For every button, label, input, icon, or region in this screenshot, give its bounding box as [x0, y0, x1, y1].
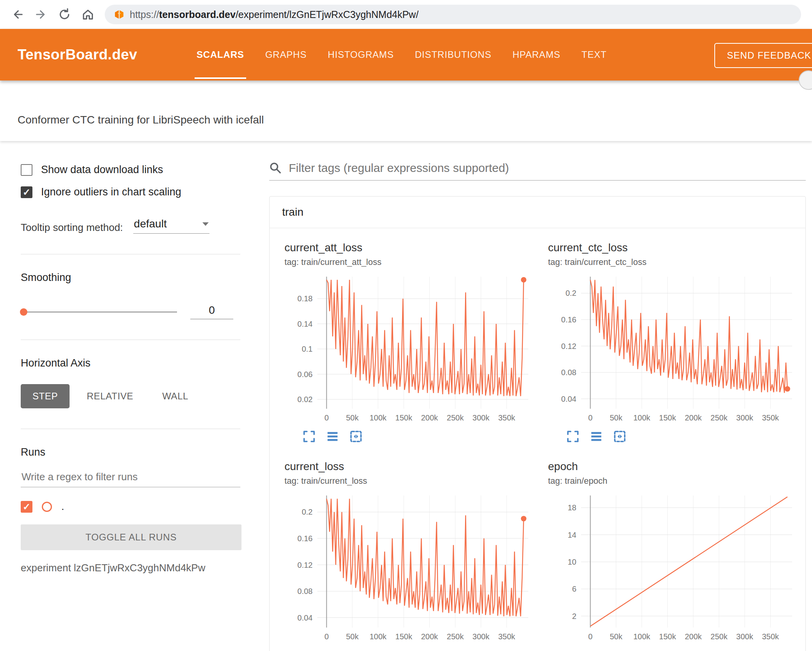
divider: [21, 429, 240, 429]
charts-grid: current_att_loss tag: train/current_att_…: [270, 228, 805, 651]
smoothing-value[interactable]: 0: [190, 304, 233, 319]
run-name: .: [61, 501, 64, 513]
smoothing-slider[interactable]: [21, 308, 177, 316]
tooltip-sorting-value: default: [134, 218, 167, 230]
show-download-links-checkbox[interactable]: [21, 164, 32, 176]
svg-text:0.14: 0.14: [297, 320, 313, 328]
chart-tag: tag: train/current_att_loss: [284, 257, 538, 267]
forward-icon[interactable]: [34, 8, 48, 21]
svg-text:200k: 200k: [685, 413, 702, 422]
svg-text:300k: 300k: [472, 632, 490, 641]
axis-step-button[interactable]: STEP: [21, 384, 70, 408]
line-chart[interactable]: 050k100k150k200k250k300k350k0.040.080.12…: [548, 273, 798, 426]
divider: [21, 254, 240, 254]
chart-title: current_loss: [284, 460, 538, 473]
slider-thumb[interactable]: [20, 308, 27, 316]
tab-graphs[interactable]: GRAPHS: [255, 29, 317, 80]
svg-text:50k: 50k: [346, 413, 359, 422]
send-feedback-button[interactable]: SEND FEEDBACK: [714, 43, 812, 68]
ignore-outliers-label: Ignore outliers in chart scaling: [41, 186, 181, 198]
url-domain: tensorboard.dev: [159, 9, 236, 20]
svg-text:0.18: 0.18: [297, 294, 313, 303]
main-panel: train current_att_loss tag: train/curren…: [256, 141, 812, 651]
run-row: .: [21, 501, 240, 513]
svg-text:150k: 150k: [659, 632, 676, 641]
svg-text:0.02: 0.02: [297, 395, 313, 404]
reload-icon[interactable]: [58, 8, 71, 21]
fit-domain-icon[interactable]: [349, 430, 363, 443]
svg-text:150k: 150k: [395, 632, 413, 641]
svg-text:100k: 100k: [633, 632, 650, 641]
svg-text:18: 18: [567, 503, 576, 512]
svg-text:0: 0: [588, 632, 592, 641]
smoothing-label: Smoothing: [21, 272, 240, 284]
expand-chart-icon[interactable]: [302, 430, 316, 443]
svg-text:0: 0: [324, 632, 329, 641]
ignore-outliers-checkbox[interactable]: [21, 186, 32, 198]
tab-distributions[interactable]: DISTRIBUTIONS: [404, 29, 502, 80]
svg-text:0.2: 0.2: [302, 508, 313, 516]
slider-track: [21, 311, 177, 313]
runs-menu-icon[interactable]: [590, 430, 603, 443]
train-group-header[interactable]: train: [270, 197, 805, 228]
url-scheme: https://: [130, 9, 159, 20]
runs-filter-input[interactable]: [21, 467, 240, 487]
horizontal-axis-buttons: STEP RELATIVE WALL: [21, 384, 240, 408]
tab-text[interactable]: TEXT: [571, 29, 617, 80]
axis-wall-button[interactable]: WALL: [150, 384, 200, 408]
filter-tags-input[interactable]: [289, 161, 806, 175]
toggle-all-runs-button[interactable]: TOGGLE ALL RUNS: [21, 524, 241, 550]
tab-scalars[interactable]: SCALARS: [186, 29, 255, 80]
chart-title: epoch: [548, 460, 802, 473]
svg-text:0.16: 0.16: [297, 534, 313, 543]
svg-text:0.04: 0.04: [561, 395, 576, 403]
tab-histograms[interactable]: HISTOGRAMS: [317, 29, 404, 80]
chart-epoch: epoch tag: train/epoch 050k100k150k200k2…: [548, 460, 802, 645]
svg-text:250k: 250k: [710, 632, 728, 641]
svg-text:0.12: 0.12: [297, 561, 313, 569]
svg-text:200k: 200k: [421, 413, 438, 422]
svg-text:200k: 200k: [421, 632, 438, 641]
svg-text:300k: 300k: [472, 413, 490, 422]
filter-tags-row: [269, 161, 806, 181]
ignore-outliers-row[interactable]: Ignore outliers in chart scaling: [21, 186, 240, 198]
app-header: TensorBoard.dev SCALARS GRAPHS HISTOGRAM…: [0, 29, 812, 80]
runs-menu-icon[interactable]: [326, 430, 339, 443]
chart-toolbar: [548, 430, 802, 443]
address-bar[interactable]: https://tensorboard.dev/experiment/lzGnE…: [105, 5, 801, 24]
run-visibility-checkbox[interactable]: [21, 501, 32, 513]
tooltip-sorting-select[interactable]: default: [133, 218, 209, 234]
svg-text:350k: 350k: [762, 632, 779, 641]
svg-text:200k: 200k: [685, 632, 702, 641]
search-icon: [269, 162, 282, 174]
chart-tag: tag: train/epoch: [548, 476, 802, 486]
expand-chart-icon[interactable]: [566, 430, 579, 443]
svg-text:300k: 300k: [736, 632, 753, 641]
svg-text:0.04: 0.04: [297, 613, 313, 622]
svg-text:350k: 350k: [762, 413, 779, 422]
tab-hparams[interactable]: HPARAMS: [502, 29, 571, 80]
experiment-id-caption: experiment lzGnETjwRxC3yghNMd4kPw: [21, 562, 240, 574]
tooltip-sorting-row: Tooltip sorting method: default: [21, 218, 240, 234]
chart-toolbar: [284, 430, 538, 443]
runs-label: Runs: [21, 446, 240, 458]
svg-text:0.1: 0.1: [302, 345, 313, 353]
line-chart[interactable]: 050k100k150k200k250k300k350k0.040.080.12…: [284, 492, 535, 645]
home-icon[interactable]: [81, 8, 95, 21]
fit-domain-icon[interactable]: [613, 430, 626, 443]
show-download-links-label: Show data download links: [41, 164, 163, 176]
svg-text:0.12: 0.12: [561, 342, 576, 351]
show-download-links-row[interactable]: Show data download links: [21, 164, 240, 176]
svg-text:0: 0: [588, 413, 592, 422]
chart-current-loss: current_loss tag: train/current_loss 050…: [284, 460, 538, 645]
axis-relative-button[interactable]: RELATIVE: [75, 384, 145, 408]
sidebar: Show data download links Ignore outliers…: [0, 141, 256, 651]
svg-text:100k: 100k: [370, 413, 387, 422]
chart-title: current_ctc_loss: [548, 241, 802, 254]
line-chart[interactable]: 050k100k150k200k250k300k350k0.020.060.10…: [284, 273, 535, 426]
back-icon[interactable]: [11, 8, 24, 21]
line-chart[interactable]: 050k100k150k200k250k300k350k26101418: [548, 492, 798, 645]
svg-text:150k: 150k: [659, 413, 676, 422]
svg-text:350k: 350k: [498, 632, 515, 641]
run-color-swatch[interactable]: [42, 502, 52, 512]
